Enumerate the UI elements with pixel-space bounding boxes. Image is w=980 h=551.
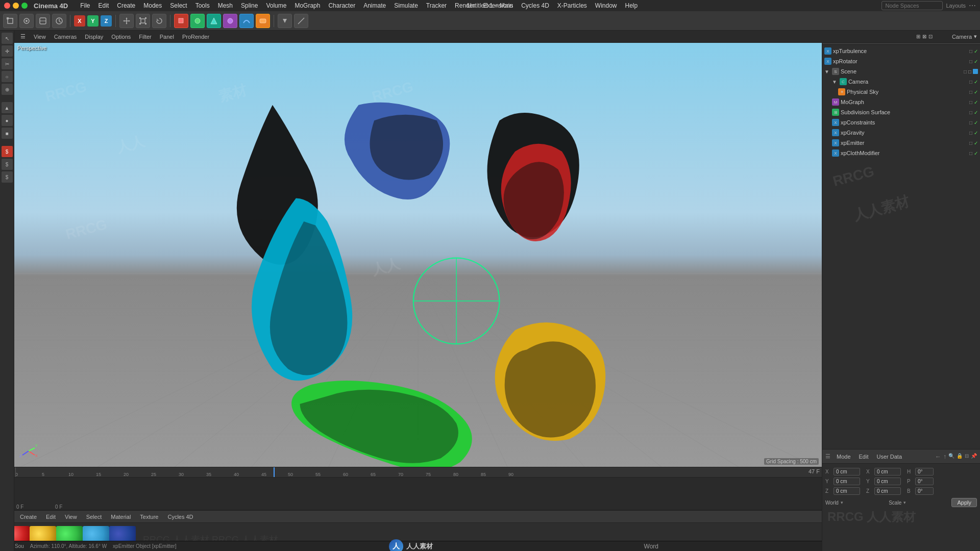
mat-material[interactable]: Material: [108, 513, 133, 520]
tool-spline[interactable]: [239, 14, 254, 28]
vt-filter-menu[interactable]: Filter: [136, 33, 154, 40]
timeline-content[interactable]: 0 F 0 F: [14, 478, 822, 511]
maximize-button[interactable]: [21, 3, 28, 9]
menu-tracker[interactable]: Tracker: [422, 1, 451, 10]
scene-item-mograph[interactable]: M MoGraph □✓: [822, 97, 980, 107]
mat-select[interactable]: Select: [84, 513, 105, 520]
sidebar-brush-tool[interactable]: ○: [2, 71, 13, 82]
sidebar-icon-1[interactable]: ▲: [2, 102, 13, 113]
tool-animate-mode[interactable]: [52, 14, 66, 28]
coord-z-input[interactable]: [834, 487, 860, 495]
props-hamburger[interactable]: ☰: [825, 453, 830, 460]
camera-chevron[interactable]: ▾: [974, 33, 977, 40]
menu-cycles4d[interactable]: Cycles 4D: [517, 1, 553, 10]
coord-x-input[interactable]: [834, 468, 860, 475]
mat-cycles4d[interactable]: Cycles 4D: [165, 513, 195, 520]
menu-edit[interactable]: Edit: [94, 1, 113, 10]
tool-texture-mode[interactable]: [36, 14, 50, 28]
tool-snap[interactable]: [278, 14, 292, 28]
scene-item-scene[interactable]: ▼ S Scene □□: [822, 66, 980, 77]
menu-tools[interactable]: Tools: [191, 1, 214, 10]
scene-item-xpemitter[interactable]: X xpEmitter □✓: [822, 138, 980, 148]
props-tab-mode[interactable]: Mode: [835, 453, 853, 460]
axis-z-btn[interactable]: Z: [101, 15, 112, 27]
menu-character[interactable]: Character: [324, 1, 359, 10]
axis-y-btn[interactable]: Y: [87, 15, 99, 27]
scene-item-xprotator[interactable]: X xpRotator □✓: [822, 56, 980, 66]
sidebar-icon-6[interactable]: $: [2, 171, 13, 183]
tool-camera[interactable]: [223, 14, 237, 28]
node-spaces-input[interactable]: [881, 1, 943, 10]
tool-light[interactable]: [207, 14, 221, 28]
sidebar-icon-2[interactable]: ●: [2, 115, 13, 126]
timeline-ruler[interactable]: 0 5 10 15 20 25 30 35 40 45 50 55 60 65 …: [14, 467, 822, 478]
scene-item-xpturbulence[interactable]: X xpTurbulence □✓: [822, 46, 980, 56]
scene-item-xpclothmodifier[interactable]: X xpClothModifier □✓: [822, 148, 980, 158]
viewport-control-1[interactable]: ⊞: [916, 34, 920, 39]
vt-display-menu[interactable]: Display: [82, 33, 106, 40]
tool-object-mode[interactable]: [19, 14, 34, 28]
menu-volume[interactable]: Volume: [262, 1, 290, 10]
apply-button[interactable]: Apply: [951, 498, 977, 507]
menu-help[interactable]: Help: [621, 1, 642, 10]
playhead[interactable]: [274, 467, 275, 477]
scale-chevron[interactable]: ▾: [903, 500, 906, 505]
vt-view-menu[interactable]: View: [31, 33, 49, 40]
tool-sphere[interactable]: [190, 14, 205, 28]
minimize-button[interactable]: [13, 3, 19, 9]
mat-view[interactable]: View: [62, 513, 80, 520]
tool-scale[interactable]: [136, 14, 150, 28]
menu-create[interactable]: Create: [113, 1, 139, 10]
sidebar-move-tool[interactable]: ✛: [2, 45, 13, 57]
viewport-control-2[interactable]: ⊠: [922, 34, 926, 39]
menu-modes[interactable]: Modes: [139, 1, 166, 10]
coord-z2-input[interactable]: [874, 487, 901, 495]
tool-measure[interactable]: [294, 14, 308, 28]
vt-cameras-menu[interactable]: Cameras: [51, 33, 80, 40]
viewport[interactable]: RRCG 素材 RRCG 人人 素材 RRCG 人人: [14, 43, 822, 467]
scene-item-physical-sky[interactable]: ☀ Physical Sky □✓: [822, 87, 980, 97]
sidebar-icon-5[interactable]: $: [2, 159, 13, 170]
tool-volume[interactable]: [256, 14, 270, 28]
menu-xparticles[interactable]: X-Particles: [553, 1, 591, 10]
props-tab-userdata[interactable]: User Data: [875, 453, 904, 460]
props-up-icon[interactable]: ↑: [943, 453, 946, 460]
scene-item-xpconstraints[interactable]: X xpConstraints □✓: [822, 117, 980, 128]
tool-model-mode[interactable]: [3, 14, 17, 28]
mat-create[interactable]: Create: [17, 513, 39, 520]
coord-x2-input[interactable]: [874, 468, 901, 475]
menu-spline[interactable]: Spline: [237, 1, 262, 10]
sidebar-select-tool[interactable]: ↖: [2, 33, 13, 44]
sidebar-knife-tool[interactable]: ✂: [2, 58, 13, 69]
coord-y-input[interactable]: [834, 478, 860, 485]
props-back-icon[interactable]: ←: [935, 453, 941, 460]
vt-panel-menu[interactable]: Panel: [157, 33, 177, 40]
mat-texture[interactable]: Texture: [137, 513, 161, 520]
coord-b-input[interactable]: [915, 487, 934, 495]
world-chevron[interactable]: ▾: [841, 500, 843, 505]
menu-window[interactable]: Window: [591, 1, 621, 10]
menu-file[interactable]: File: [76, 1, 94, 10]
vt-hamburger[interactable]: ☰: [17, 33, 29, 40]
scene-item-camera[interactable]: ▼ C Camera □✓: [822, 77, 980, 87]
menu-select[interactable]: Select: [166, 1, 191, 10]
tool-rotate[interactable]: [152, 14, 166, 28]
axis-x-btn[interactable]: X: [74, 15, 85, 27]
tool-cube[interactable]: [174, 14, 188, 28]
coord-h-input[interactable]: [915, 468, 934, 475]
menu-mograph[interactable]: MoGraph: [290, 1, 324, 10]
coord-y2-input[interactable]: [874, 478, 901, 485]
menu-simulate[interactable]: Simulate: [390, 1, 422, 10]
props-pin-icon[interactable]: 📌: [971, 453, 977, 460]
sidebar-icon-4[interactable]: $: [2, 146, 13, 157]
vt-options-menu[interactable]: Options: [108, 33, 134, 40]
coord-p-input[interactable]: [915, 478, 934, 485]
tool-move[interactable]: [119, 14, 134, 28]
viewport-control-3[interactable]: ⊡: [928, 34, 933, 39]
menu-animate[interactable]: Animate: [359, 1, 390, 10]
props-lock-icon[interactable]: 🔒: [957, 453, 963, 460]
sidebar-weight-tool[interactable]: ⊕: [2, 84, 13, 95]
sidebar-icon-3[interactable]: ■: [2, 128, 13, 139]
props-tab-edit[interactable]: Edit: [857, 453, 871, 460]
scene-item-xpgravity[interactable]: X xpGravity □✓: [822, 128, 980, 138]
